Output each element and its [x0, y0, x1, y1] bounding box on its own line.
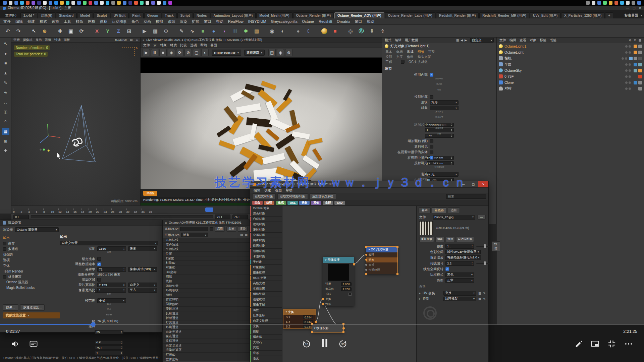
value-field[interactable]: 1 .▴▾: [445, 244, 474, 249]
loop-icon[interactable]: ◠: [2, 118, 9, 125]
viewport-menu-item[interactable]: 选项: [45, 38, 51, 42]
selection-handle[interactable]: [311, 331, 313, 333]
tray-icon[interactable]: [597, 1, 601, 5]
tag-icon[interactable]: [638, 87, 642, 90]
taskbar-app-icon[interactable]: [71, 1, 75, 5]
port-dot[interactable]: [365, 264, 367, 266]
node-link-icon[interactable]: ▦: [478, 297, 481, 301]
taskbar-app-icon[interactable]: [37, 1, 41, 5]
render-view[interactable]: [141, 58, 382, 189]
category-chip[interactable]: 映射: [299, 201, 310, 205]
texture-button[interactable]: 纹理: [492, 241, 500, 251]
tag-icon[interactable]: [634, 81, 637, 84]
port-dot[interactable]: [365, 259, 367, 261]
viewer-menu-item[interactable]: 界面: [210, 43, 217, 48]
output-preset-dropdown[interactable]: 自定义设置▾: [60, 241, 158, 245]
menu-item[interactable]: 运动图形: [112, 19, 127, 24]
port-dot[interactable]: [365, 254, 367, 256]
volume-button[interactable]: [11, 339, 20, 349]
menu-item[interactable]: 模拟: [156, 19, 163, 24]
viewport-renderer-menu[interactable]: Redshift: [115, 38, 127, 42]
rewind-10-button[interactable]: 10: [302, 339, 311, 349]
object-menu-item[interactable]: 文件: [499, 38, 506, 43]
tag-icon[interactable]: [638, 81, 642, 84]
cube-primitive-icon[interactable]: ■: [198, 26, 208, 36]
list-view-icon[interactable]: ▤: [240, 233, 243, 237]
aov-item[interactable]: 采样通道: [163, 339, 250, 344]
node-type-item[interactable]: 卡通材质: [250, 254, 282, 259]
3d-viewport[interactable]: 查看摄像机显示选项过滤面板 Redshift ▤ ⊞: [11, 38, 141, 205]
viewer-menu-item[interactable]: 选项: [190, 43, 197, 48]
category-chip[interactable]: OSL: [287, 201, 298, 205]
node-type-item[interactable]: Octane 对象: [250, 206, 282, 211]
object-menu-item[interactable]: 书签: [550, 38, 556, 43]
object-menu-item[interactable]: 编辑: [509, 38, 516, 43]
checkbox[interactable]: [97, 257, 101, 261]
redo-icon[interactable]: ↷: [13, 26, 23, 36]
checkbox[interactable]: [430, 145, 433, 148]
checkbox[interactable]: [3, 247, 6, 251]
cube-tool-icon[interactable]: ■: [2, 60, 9, 67]
aov-item[interactable]: 间接照明: [163, 302, 250, 307]
visibility-dots[interactable]: [625, 45, 631, 48]
taskbar-app-icon[interactable]: [3, 1, 7, 5]
camera-icon[interactable]: ◉: [267, 26, 277, 36]
layout-tab[interactable]: Sculpt: [94, 12, 110, 18]
tray-icon[interactable]: [586, 1, 590, 5]
tag-icon[interactable]: [634, 63, 637, 66]
transform-node[interactable]: ▾变换 S.X0.744S.Y0.744S.Z0.744: [283, 309, 316, 329]
file-menu[interactable]: 文件(F): [2, 12, 20, 18]
play-icon[interactable]: ▶: [143, 49, 150, 56]
end-frame-field2[interactable]: 75 F: [232, 215, 248, 219]
menu-item[interactable]: 动画: [144, 19, 151, 24]
attribute-tab[interactable]: 坐标: [396, 50, 403, 54]
live-selection-icon[interactable]: ⊕: [40, 26, 50, 36]
filter-icon[interactable]: ▼: [634, 39, 637, 42]
node-link-icon[interactable]: ▦: [478, 292, 481, 295]
render-layer-chip[interactable]: Main: [143, 191, 157, 196]
texture-tab[interactable]: 基本: [419, 207, 431, 213]
object-label[interactable]: Clone: [504, 80, 514, 84]
aov-item[interactable]: 几何法线: [163, 238, 250, 243]
menu-item[interactable]: Octane: [302, 19, 314, 23]
slider[interactable]: [476, 246, 490, 247]
rotate-tool-icon[interactable]: ⟳: [76, 26, 87, 36]
value-field[interactable]: 1▴▾: [97, 288, 126, 293]
object-label[interactable]: OctaneLight.1: [504, 44, 526, 48]
render-preset-chip[interactable]: 我的渲染设置 ▾: [3, 312, 60, 318]
aov-item[interactable]: Z深度: [163, 256, 250, 261]
taskbar-app-icon[interactable]: [66, 1, 69, 5]
aov-item[interactable]: 材质ID: [163, 261, 250, 265]
attribute-tab[interactable]: 常规: [407, 50, 414, 54]
node-type-item[interactable]: 合成材质: [250, 217, 282, 222]
render-settings-category[interactable]: 材质覆写: [2, 274, 55, 280]
dropdown[interactable]: 像素▾: [128, 246, 157, 251]
layout-tab[interactable]: Model_Mesh (用户): [256, 12, 292, 18]
object-row[interactable]: Clone: [497, 79, 644, 85]
taskbar-app-icon[interactable]: [151, 1, 155, 5]
selection-handle[interactable]: [365, 273, 367, 275]
render-settings-category[interactable]: Magic Bullet Looks: [2, 285, 55, 291]
get-live-material-button[interactable]: 获取实时材质/对象: [277, 193, 308, 200]
minimize-icon[interactable]: —: [626, 6, 629, 10]
forward-30-button[interactable]: 30: [338, 339, 347, 349]
object-icon[interactable]: [499, 44, 503, 48]
checkbox[interactable]: [430, 95, 433, 99]
maximize-icon[interactable]: ▢: [633, 6, 636, 10]
texture-action-button[interactable]: 定位: [446, 237, 455, 242]
aov-item[interactable]: 折射通道: [163, 316, 250, 321]
dropdown[interactable]: 手动▾: [97, 298, 126, 303]
viewport-menu-item[interactable]: 过滤: [54, 38, 61, 42]
taskbar-app-icon[interactable]: [111, 1, 115, 5]
search-input[interactable]: 搜索: [446, 194, 486, 199]
texture-preview[interactable]: [419, 221, 433, 235]
history-back-icon[interactable]: ◀: [461, 39, 463, 42]
aov-item[interactable]: 漫射通道: [163, 307, 250, 311]
menu-item[interactable]: 编辑: [15, 19, 23, 24]
checkbox[interactable]: ✓: [430, 73, 433, 77]
edit-icon[interactable]: ✎: [483, 297, 486, 301]
oc-light-tag-node[interactable]: ▾OC 灯光标签 纹理分布介质卡通纹理: [366, 246, 398, 274]
node-type-item[interactable]: 世界坐标: [250, 313, 282, 318]
visibility-dots[interactable]: [625, 63, 631, 66]
aov-item[interactable]: 环境通道: [163, 325, 250, 330]
